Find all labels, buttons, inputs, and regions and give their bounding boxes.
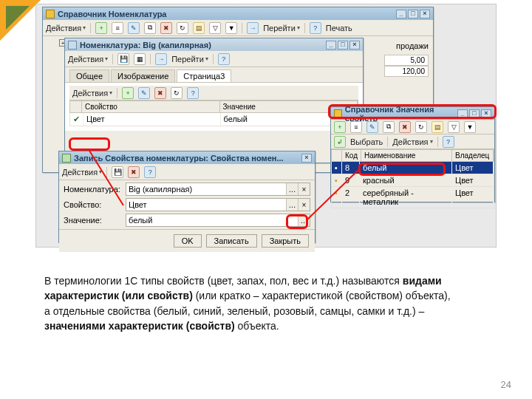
filter-icon[interactable]: ▽: [448, 121, 460, 133]
actions-menu[interactable]: Действия▾: [46, 24, 86, 33]
titlebar-item: Номенклатура: Big (капилярная) _ □ ×: [65, 38, 363, 51]
add-icon[interactable]: +: [334, 121, 346, 133]
delete-icon[interactable]: ✖: [399, 121, 411, 133]
sub-actions-menu[interactable]: Действия▾: [72, 89, 112, 98]
ok-button[interactable]: OK: [174, 234, 202, 248]
app-icon: [68, 41, 77, 50]
new-icon[interactable]: ▦: [134, 53, 146, 65]
window-title: Справочник Значения свойств: [345, 105, 454, 123]
grid-row[interactable]: ✔ Цвет белый: [69, 113, 358, 126]
filter2-icon[interactable]: ▼: [464, 121, 476, 133]
refresh-icon[interactable]: ↻: [177, 22, 188, 34]
window-title: Номенклатура: Big (капилярная): [80, 41, 211, 50]
save-button[interactable]: Записать: [206, 234, 257, 248]
sales-label: продажи: [396, 41, 429, 50]
edit-icon[interactable]: ✎: [366, 121, 378, 133]
maximize-icon[interactable]: □: [469, 109, 480, 118]
copy-icon[interactable]: ⧉: [144, 22, 156, 34]
col-owner: Владелец: [452, 150, 494, 161]
label-property: Свойство:: [64, 200, 123, 209]
go-menu[interactable]: Перейти▾: [263, 24, 300, 33]
minimize-icon[interactable]: _: [457, 109, 468, 118]
close-icon[interactable]: ×: [420, 10, 430, 18]
tree-icon[interactable]: ▤: [432, 121, 443, 133]
select-icon[interactable]: ↲: [334, 136, 346, 148]
values-row[interactable]: ▪ 8 белый Цвет: [331, 162, 494, 174]
input-value[interactable]: белый …: [126, 214, 310, 227]
toolbar-record: Действия▾ 💾 ✖ ?: [59, 164, 315, 180]
values-row[interactable]: ▪ 2 серебряный - металлик Цвет: [331, 187, 494, 208]
picker-button[interactable]: …: [286, 183, 298, 195]
go-menu[interactable]: Перейти▾: [171, 55, 208, 64]
add-icon[interactable]: +: [122, 87, 134, 99]
tab-general[interactable]: Общее: [69, 69, 109, 82]
help-icon[interactable]: ?: [310, 22, 321, 34]
refresh-icon[interactable]: ↻: [415, 121, 427, 133]
titlebar-nomenclature: Справочник Номенклатура _ □ ×: [43, 7, 433, 20]
save-icon[interactable]: 💾: [117, 53, 129, 65]
add-group-icon[interactable]: ≡: [112, 22, 123, 34]
close-icon[interactable]: ×: [349, 41, 360, 50]
refresh-icon[interactable]: ↻: [171, 87, 183, 99]
actions-menu[interactable]: Действия▾: [62, 168, 102, 177]
hierarchy-icon[interactable]: ▤: [193, 22, 205, 34]
edit-icon[interactable]: ✎: [138, 87, 150, 99]
label-nomenclature: Номенклатура:: [64, 185, 123, 194]
minimize-icon[interactable]: _: [326, 41, 336, 50]
sub-toolbar: Действия▾ + ✎ ✖ ↻ ?: [69, 86, 358, 100]
filter-icon[interactable]: ▽: [209, 22, 221, 34]
close-icon[interactable]: ×: [481, 109, 491, 118]
values-block: 5,00 120,00: [384, 55, 429, 77]
edit-icon[interactable]: ✎: [128, 22, 140, 34]
add-icon[interactable]: +: [95, 22, 107, 34]
dialog-buttons: OK Записать Закрыть: [59, 229, 315, 252]
maximize-icon[interactable]: □: [408, 10, 418, 18]
col-name: Наименование: [361, 150, 452, 161]
toolbar-item: Действия▾ 💾 ▦ → Перейти▾ ?: [65, 51, 363, 67]
value-2: 120,00: [384, 66, 429, 77]
maximize-icon[interactable]: □: [338, 41, 348, 50]
clear-button[interactable]: ×: [298, 183, 310, 195]
save-icon[interactable]: 💾: [112, 166, 123, 178]
values-row[interactable]: ▪ 9 красный Цвет: [331, 174, 494, 187]
minimize-icon[interactable]: _: [396, 10, 406, 18]
close-button[interactable]: Закрыть: [262, 234, 309, 248]
close-icon[interactable]: ×: [301, 154, 312, 163]
select-menu[interactable]: Выбрать: [350, 137, 383, 146]
picker-button[interactable]: …: [298, 214, 310, 226]
list-icon[interactable]: ≡: [350, 121, 362, 133]
cell-property: Цвет: [83, 113, 221, 126]
value-1: 5,00: [384, 55, 429, 66]
picker-button[interactable]: …: [286, 199, 298, 211]
actions-menu[interactable]: Действия▾: [68, 55, 108, 64]
print-menu[interactable]: Печать: [326, 24, 352, 33]
titlebar-record: Запись Свойства номенклатуры: Свойства н…: [59, 151, 315, 164]
delete-icon[interactable]: ✖: [128, 166, 140, 178]
filter-off-icon[interactable]: ▼: [225, 22, 237, 34]
toolbar-nomenclature: Действия▾ + ≡ ✎ ⧉ ✖ ↻ ▤ ▽ ▼ → Перейти▾ ?…: [43, 20, 433, 36]
titlebar-values: Справочник Значения свойств _ □ ×: [331, 107, 494, 120]
tab-page3[interactable]: Страница3: [177, 69, 231, 82]
grid-header: Свойство Значение: [69, 100, 358, 113]
col-code: Код: [342, 150, 361, 161]
delete-icon[interactable]: ✖: [160, 22, 172, 34]
actions-menu[interactable]: Действия▾: [392, 137, 432, 146]
field-nomenclature: Номенклатура: Big (капилярная) …×: [64, 183, 310, 196]
window-item: Номенклатура: Big (капилярная) _ □ × Дей…: [64, 38, 364, 163]
help-icon[interactable]: ?: [218, 53, 230, 65]
help-icon[interactable]: ?: [187, 87, 199, 99]
help-icon[interactable]: ?: [443, 136, 454, 148]
tab-image[interactable]: Изображение: [111, 69, 175, 82]
clear-button[interactable]: ×: [298, 199, 310, 211]
delete-icon[interactable]: ✖: [154, 87, 166, 99]
copy-icon[interactable]: ⧉: [383, 121, 395, 133]
input-property[interactable]: Цвет …×: [126, 198, 310, 211]
explanation-text: В терминологии 1С типы свойств (цвет, за…: [44, 273, 458, 333]
go-icon[interactable]: →: [155, 53, 167, 65]
field-value: Значение: белый …: [64, 214, 310, 227]
help-icon[interactable]: ?: [144, 166, 156, 178]
screenshot-stage: Справочник Номенклатура _ □ × Действия▾ …: [35, 4, 497, 248]
go-icon[interactable]: →: [247, 22, 259, 34]
label-value: Значение:: [64, 216, 123, 225]
input-nomenclature[interactable]: Big (капилярная) …×: [126, 183, 310, 196]
